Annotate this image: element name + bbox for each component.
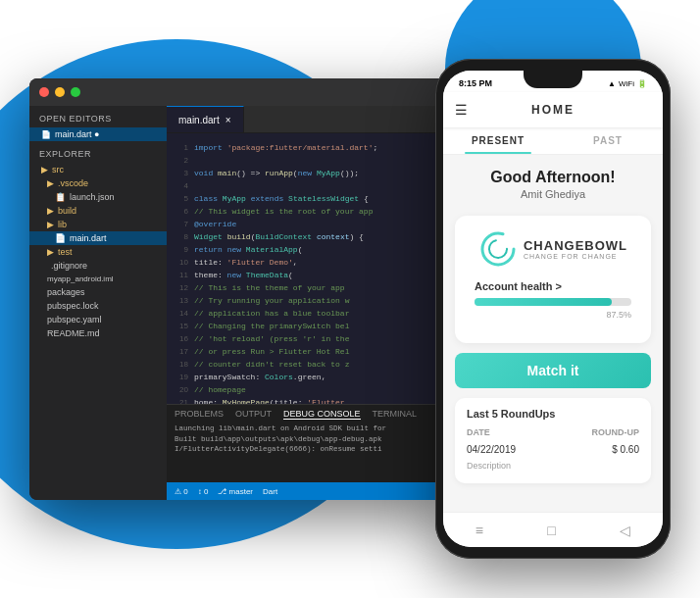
window-maximize-dot[interactable]	[71, 87, 80, 97]
code-line: primarySwatch: Colors.green,	[194, 371, 443, 383]
code-line: // counter didn't reset back to z	[194, 358, 443, 371]
line-num: 1	[184, 141, 188, 154]
code-editor[interactable]: 1 2 3 4 5 6 7 8 9 10 11 12 13 14	[167, 133, 451, 404]
tab-past[interactable]: PAST	[553, 127, 663, 154]
vscode-tab-bar: main.dart ×	[167, 106, 451, 133]
sidebar-item-test[interactable]: ▶ test	[29, 245, 167, 259]
sidebar-folder-label: src	[52, 165, 64, 174]
roundups-section: Last 5 RoundUps DATE ROUND-UP 04/22/2019…	[455, 398, 651, 483]
match-button[interactable]: Match it	[455, 353, 651, 388]
sidebar-item-build[interactable]: ▶ build	[29, 204, 167, 218]
sidebar-folder-test: test	[58, 247, 73, 257]
nav-menu-icon[interactable]: ≡	[475, 523, 483, 538]
debug-output: Launching lib\main.dart on Android SDK b…	[175, 424, 443, 455]
sidebar-item-launch[interactable]: 📋 launch.json	[29, 190, 167, 204]
sidebar-readme-label: README.md	[47, 328, 100, 338]
tab-main-dart[interactable]: main.dart ×	[167, 106, 244, 132]
code-line: // Changing the primarySwitch bel	[194, 320, 443, 332]
folder-icon-2: ▶	[47, 178, 54, 188]
sidebar-item-readme[interactable]: README.md	[29, 326, 167, 340]
logo-tagline: CHANGE FOR CHANGE	[524, 253, 627, 260]
svg-point-1	[489, 240, 507, 258]
sidebar-folder-build: build	[58, 206, 76, 216]
code-content: import 'package:flutter/material.dart'; …	[194, 133, 451, 404]
debug-tab-terminal[interactable]: TERMINAL	[373, 409, 418, 420]
sidebar-gitignore-label: .gitignore	[51, 261, 87, 271]
line-num: 19	[179, 371, 188, 383]
line-num: 18	[179, 358, 188, 371]
tab-present[interactable]: PRESENT	[443, 127, 553, 154]
sidebar-item-pubspec-lock[interactable]: pubspec.lock	[29, 299, 167, 313]
sidebar-item-gitignore[interactable]: .gitignore	[29, 259, 167, 273]
sidebar-item-pubspec-yaml[interactable]: pubspec.yaml	[29, 313, 167, 326]
vscode-window: OPEN EDITORS 📄 main.dart ● EXPLORER ▶ sr…	[29, 78, 451, 500]
sidebar-item-vscode[interactable]: ▶ .vscode	[29, 176, 167, 190]
line-num: 6	[184, 205, 188, 218]
hamburger-icon[interactable]: ☰	[455, 102, 468, 118]
roundups-date-1: 04/22/2019	[467, 444, 516, 455]
vscode-debug-panel: PROBLEMS OUTPUT DEBUG CONSOLE TERMINAL L…	[167, 404, 451, 482]
dart-icon-2: 📄	[55, 233, 66, 243]
app-header-title: HOME	[531, 103, 575, 117]
roundups-date-header: DATE	[467, 427, 490, 437]
line-num: 13	[179, 294, 188, 307]
sidebar-packages-label: packages	[47, 287, 85, 297]
debug-line-1: Launching lib\main.dart on Android SDK b…	[175, 424, 443, 434]
nav-back-icon[interactable]: ◁	[620, 523, 630, 538]
debug-tab-bar: PROBLEMS OUTPUT DEBUG CONSOLE TERMINAL	[175, 409, 443, 420]
sidebar-main-dart-label: main.dart	[70, 233, 107, 243]
line-num: 2	[184, 154, 188, 167]
line-num: 3	[184, 167, 188, 179]
dart-file-icon: 📄	[41, 130, 51, 139]
sidebar-item-src[interactable]: ▶ src	[29, 163, 167, 176]
greeting-section: Good Afternoon! Amit Ghediya	[490, 169, 615, 200]
sidebar-item-myapp[interactable]: myapp_android.iml	[29, 273, 167, 285]
progress-label-container: 87.5%	[475, 310, 631, 329]
page-root: OPEN EDITORS 📄 main.dart ● EXPLORER ▶ sr…	[0, 0, 700, 598]
sidebar-item-main-dart-2[interactable]: 📄 main.dart	[29, 231, 167, 245]
battery-icon: 🔋	[637, 79, 647, 88]
app-main-content: Good Afternoon! Amit Ghediya CHANGEBOWL	[443, 155, 663, 512]
svg-point-0	[482, 233, 514, 265]
code-line: @override	[194, 218, 443, 230]
vscode-titlebar	[29, 78, 451, 106]
code-line: import 'package:flutter/material.dart';	[194, 141, 443, 154]
status-warnings: ↕ 0	[198, 487, 209, 496]
progress-bar-container	[475, 298, 631, 306]
tab-past-label: PAST	[593, 135, 623, 146]
app-tabs: PRESENT PAST	[443, 127, 663, 155]
line-num: 17	[179, 345, 188, 358]
debug-tab-console[interactable]: DEBUG CONSOLE	[283, 409, 361, 420]
account-health-label[interactable]: Account health >	[475, 280, 562, 292]
sidebar-item-main-dart[interactable]: 📄 main.dart ●	[29, 127, 167, 141]
line-num: 4	[184, 179, 188, 192]
sidebar-open-editors-label: OPEN EDITORS	[29, 106, 167, 127]
code-line: // 'hot reload' (press 'r' in the	[194, 332, 443, 345]
sidebar-item-packages[interactable]: packages	[29, 285, 167, 299]
greeting-name: Amit Ghediya	[490, 188, 615, 200]
code-line: title: 'Flutter Demo',	[194, 256, 443, 269]
code-line: theme: new ThemeData(	[194, 269, 443, 281]
vscode-editor-area: main.dart × 1 2 3 4 5 6 7 8 9	[167, 106, 451, 500]
code-line: Widget build(BuildContext context) {	[194, 230, 443, 243]
roundups-amount-1: $ 0.60	[612, 444, 639, 455]
folder-icon-lib: ▶	[47, 220, 54, 229]
code-line: // This widget is the root of your app	[194, 205, 443, 218]
tab-close-icon[interactable]: ×	[225, 115, 231, 125]
roundups-amount-header: ROUND-UP	[592, 427, 640, 437]
window-minimize-dot[interactable]	[55, 87, 65, 97]
sidebar-item-lib[interactable]: ▶ lib	[29, 218, 167, 231]
window-close-dot[interactable]	[39, 87, 49, 97]
line-num: 7	[184, 218, 188, 230]
code-line: return new MaterialApp(	[194, 243, 443, 256]
debug-tab-problems[interactable]: PROBLEMS	[175, 409, 224, 420]
logo-card: CHANGEBOWL CHANGE FOR CHANGE Account hea…	[455, 216, 651, 343]
line-num: 11	[179, 269, 188, 281]
phone-status-icons: ▲ WiFi 🔋	[608, 79, 647, 88]
nav-home-icon[interactable]: □	[547, 523, 555, 538]
sidebar-folder-label-2: .vscode	[58, 178, 88, 188]
line-num: 14	[179, 307, 188, 320]
wifi-icon: WiFi	[619, 79, 634, 88]
debug-tab-output[interactable]: OUTPUT	[235, 409, 272, 420]
code-line: // or press Run > Flutter Hot Rel	[194, 345, 443, 358]
